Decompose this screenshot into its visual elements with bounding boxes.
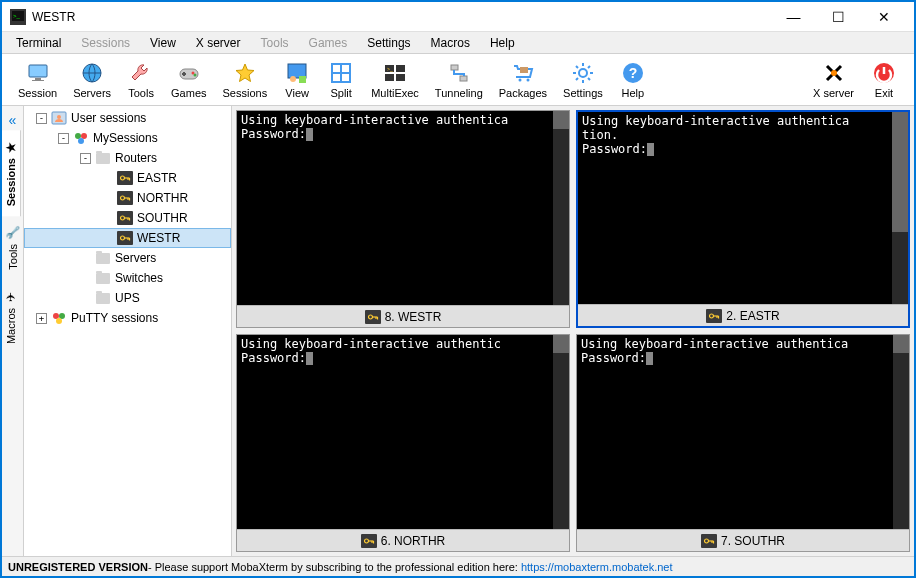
scrollbar[interactable] xyxy=(553,111,569,305)
menu-settings[interactable]: Settings xyxy=(357,34,420,52)
folder-icon xyxy=(95,270,111,286)
toolbar-multiexec[interactable]: >_MultiExec xyxy=(363,59,427,101)
menu-macros[interactable]: Macros xyxy=(421,34,480,52)
menu-help[interactable]: Help xyxy=(480,34,525,52)
svg-point-40 xyxy=(121,196,125,200)
terminal-tab-label: 2. EASTR xyxy=(726,309,779,323)
sidetab-sessions[interactable]: Sessions★ xyxy=(2,130,21,216)
tree-item-southr[interactable]: SOUTHR xyxy=(24,208,231,228)
terminal-8-westr[interactable]: Using keyboard-interactive authentica Pa… xyxy=(236,110,570,328)
tree-toggle[interactable]: - xyxy=(80,153,91,164)
menu-games: Games xyxy=(299,34,358,52)
svg-rect-18 xyxy=(385,74,394,81)
tree-item-putty-sessions[interactable]: +PuTTY sessions xyxy=(24,308,231,328)
tree-label: WESTR xyxy=(137,231,180,245)
svg-rect-22 xyxy=(460,76,467,81)
svg-rect-5 xyxy=(32,80,44,81)
terminal-tab[interactable]: 2. EASTR xyxy=(578,304,908,326)
monitor-icon xyxy=(26,61,50,85)
mysessions-icon xyxy=(73,130,89,146)
session-tree[interactable]: -User sessions-MySessions-RoutersEASTRNO… xyxy=(24,106,232,556)
terminal-7-southr[interactable]: Using keyboard-interactive authentica Pa… xyxy=(576,334,910,552)
tree-item-user-sessions[interactable]: -User sessions xyxy=(24,108,231,128)
menubar: TerminalSessionsViewX serverToolsGamesSe… xyxy=(2,32,914,54)
tree-toggle[interactable]: - xyxy=(36,113,47,124)
toolbar-session[interactable]: Session xyxy=(10,59,65,101)
svg-point-35 xyxy=(78,138,84,144)
terminal-2-eastr[interactable]: Using keyboard-interactive authentica ti… xyxy=(576,110,910,328)
tree-item-routers[interactable]: -Routers xyxy=(24,148,231,168)
toolbar-label: Tunneling xyxy=(435,87,483,99)
gear-icon xyxy=(571,61,595,85)
collapse-sidebar-button[interactable]: « xyxy=(9,110,17,130)
svg-point-34 xyxy=(81,133,87,139)
scrollbar[interactable] xyxy=(553,335,569,529)
scrollbar[interactable] xyxy=(892,112,908,304)
toolbar-help[interactable]: ?Help xyxy=(611,59,655,101)
toolbar-label: View xyxy=(285,87,309,99)
tree-item-servers[interactable]: Servers xyxy=(24,248,231,268)
svg-point-24 xyxy=(526,78,529,81)
svg-point-36 xyxy=(121,176,125,180)
split-icon xyxy=(329,61,353,85)
toolbar-view[interactable]: View xyxy=(275,59,319,101)
tree-label: MySessions xyxy=(93,131,158,145)
terminal-tab[interactable]: 7. SOUTHR xyxy=(577,529,909,551)
tree-item-westr[interactable]: WESTR xyxy=(24,228,231,248)
tunnel-icon xyxy=(447,61,471,85)
sidetab-macros[interactable]: Macros✈ xyxy=(2,280,21,354)
tree-item-eastr[interactable]: EASTR xyxy=(24,168,231,188)
menu-terminal[interactable]: Terminal xyxy=(6,34,71,52)
terminal-tab[interactable]: 6. NORTHR xyxy=(237,529,569,551)
menu-x-server[interactable]: X server xyxy=(186,34,251,52)
menu-view[interactable]: View xyxy=(140,34,186,52)
toolbar-tools[interactable]: Tools xyxy=(119,59,163,101)
status-link[interactable]: https://mobaxterm.mobatek.net xyxy=(521,561,673,573)
svg-rect-12 xyxy=(299,76,306,83)
toolbar: SessionServersToolsGamesSessionsViewSpli… xyxy=(2,54,914,106)
toolbar-sessions[interactable]: Sessions xyxy=(215,59,276,101)
terminal-tab[interactable]: 8. WESTR xyxy=(237,305,569,327)
toolbar-settings[interactable]: Settings xyxy=(555,59,611,101)
tree-label: UPS xyxy=(115,291,140,305)
terminal-body[interactable]: Using keyboard-interactive authentica Pa… xyxy=(577,335,909,529)
terminal-body[interactable]: Using keyboard-interactive authentic Pas… xyxy=(237,335,569,529)
key-icon xyxy=(701,534,717,548)
tree-toggle[interactable]: + xyxy=(36,313,47,324)
toolbar-exit[interactable]: Exit xyxy=(862,59,906,101)
tree-item-switches[interactable]: Switches xyxy=(24,268,231,288)
sidetab-tools[interactable]: Tools🔧 xyxy=(2,216,24,280)
toolbar-label: Servers xyxy=(73,87,111,99)
toolbar-games[interactable]: Games xyxy=(163,59,214,101)
toolbar-label: Sessions xyxy=(223,87,268,99)
terminal-6-northr[interactable]: Using keyboard-interactive authentic Pas… xyxy=(236,334,570,552)
tree-item-northr[interactable]: NORTHR xyxy=(24,188,231,208)
tree-item-mysessions[interactable]: -MySessions xyxy=(24,128,231,148)
toolbar-servers[interactable]: Servers xyxy=(65,59,119,101)
maximize-button[interactable]: ☐ xyxy=(816,3,861,31)
toolbar-packages[interactable]: Packages xyxy=(491,59,555,101)
toolbar-label: Tools xyxy=(128,87,154,99)
terminal-body[interactable]: Using keyboard-interactive authentica ti… xyxy=(578,112,908,304)
scrollbar[interactable] xyxy=(893,335,909,529)
side-tabs: « Sessions★Tools🔧Macros✈ xyxy=(2,106,24,556)
folder-icon xyxy=(95,290,111,306)
toolbar-x-server[interactable]: X server xyxy=(805,59,862,101)
svg-rect-25 xyxy=(520,67,528,73)
tree-toggle[interactable]: - xyxy=(58,133,69,144)
svg-point-59 xyxy=(710,314,714,318)
minimize-button[interactable]: — xyxy=(771,3,816,31)
key-icon xyxy=(365,310,381,324)
terminal-body[interactable]: Using keyboard-interactive authentica Pa… xyxy=(237,111,569,305)
app-icon: >_ xyxy=(10,9,26,25)
packages-icon xyxy=(511,61,535,85)
toolbar-split[interactable]: Split xyxy=(319,59,363,101)
close-button[interactable]: ✕ xyxy=(861,3,906,31)
tree-item-ups[interactable]: UPS xyxy=(24,288,231,308)
globe-icon xyxy=(80,61,104,85)
window-title: WESTR xyxy=(32,10,771,24)
toolbar-tunneling[interactable]: Tunneling xyxy=(427,59,491,101)
svg-point-53 xyxy=(59,313,65,319)
svg-point-23 xyxy=(518,78,521,81)
unregistered-label: UNREGISTERED VERSION xyxy=(8,561,148,573)
